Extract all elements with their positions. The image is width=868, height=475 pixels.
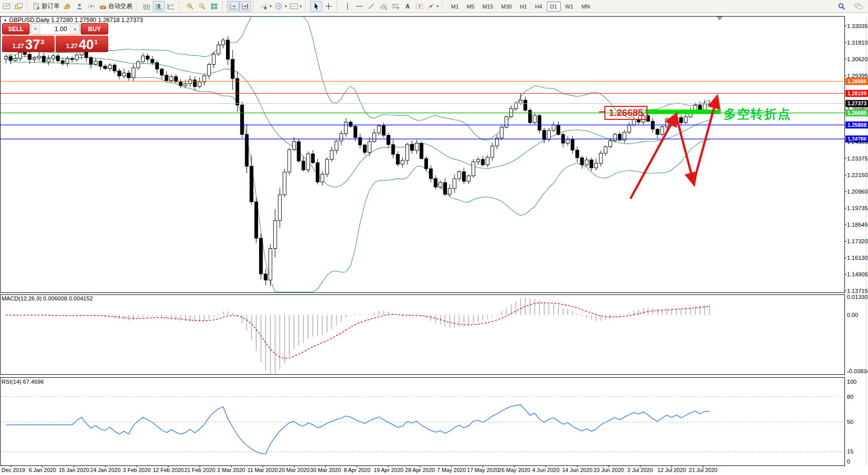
date-tick-label: 21 Feb 2020 <box>184 467 215 473</box>
zoom-in-button[interactable] <box>184 1 196 12</box>
candle-body <box>373 133 376 141</box>
signals-button[interactable] <box>73 1 85 12</box>
search-button[interactable] <box>835 1 847 12</box>
sell-price[interactable]: 1.27373 <box>2 36 55 52</box>
templates-button[interactable]: ▾ <box>288 1 303 12</box>
shapes-button[interactable]: ▾ <box>425 1 440 12</box>
expand-triangle-icon[interactable]: ▲ <box>4 18 7 22</box>
candle-body <box>377 126 380 133</box>
candle-body <box>193 80 196 86</box>
candle-body <box>264 274 267 280</box>
autotrading-button[interactable]: 自动交易 <box>97 1 134 12</box>
date-tick-label: 4 Jun 2020 <box>532 467 559 473</box>
buy-price-big: 40 <box>79 39 94 51</box>
trendline-button[interactable] <box>365 1 377 12</box>
date-tick-label: 23 Jun 2020 <box>593 467 624 473</box>
line-chart-button[interactable] <box>165 1 177 12</box>
indicators-button[interactable]: ▾ <box>258 1 273 12</box>
candle-body <box>585 160 588 165</box>
text-button[interactable]: A <box>401 1 413 12</box>
volume-value[interactable]: 1.00 <box>40 24 70 34</box>
one-click-top-row: SELL ▼ 1.00 ▲ BUY <box>2 23 108 35</box>
periods-button[interactable]: ▾ <box>273 1 288 12</box>
cursor-icon <box>313 3 320 10</box>
candle-body <box>174 77 177 82</box>
candle-body <box>104 66 107 69</box>
line-chart-icon <box>167 3 175 10</box>
toolbar-separator <box>442 2 446 12</box>
person-icon <box>75 3 84 10</box>
candle-body <box>19 52 22 58</box>
candle-body <box>269 248 272 280</box>
buy-price[interactable]: 1.27401 <box>56 36 108 52</box>
crosshair-button[interactable] <box>322 1 334 12</box>
candle-body <box>557 125 560 134</box>
market-button[interactable] <box>61 1 73 12</box>
tf-m1[interactable]: M1 <box>448 2 462 12</box>
date-tick-label: 3 Feb 2020 <box>123 467 151 473</box>
date-tick-label: 6 Jan 2020 <box>29 467 56 473</box>
trendline-icon <box>367 3 375 10</box>
candle-body <box>694 105 697 110</box>
buy-button[interactable]: BUY <box>81 23 108 35</box>
volume-increase-button[interactable]: ▲ <box>70 24 79 34</box>
sell-button[interactable]: SELL <box>2 23 30 35</box>
horizontal-line-button[interactable] <box>353 1 365 12</box>
gold-ingot-icon <box>63 3 72 10</box>
tf-h1[interactable]: H1 <box>516 2 530 12</box>
new-chart-button[interactable] <box>1 1 13 12</box>
candle-body <box>354 126 357 137</box>
candlestick-chart-button[interactable] <box>153 1 165 12</box>
fibonacci-button[interactable]: F <box>389 1 401 12</box>
zoom-out-button[interactable] <box>196 1 208 12</box>
tf-m15[interactable]: M15 <box>479 2 497 12</box>
tf-m30[interactable]: M30 <box>498 2 515 12</box>
zoom-out-icon <box>198 3 206 10</box>
tf-d1[interactable]: D1 <box>547 2 561 12</box>
price-tick-label: 1.13715 <box>847 288 868 294</box>
tf-h4[interactable]: H4 <box>532 2 546 12</box>
mt4-window: 新订单 自动交易 <box>0 0 868 475</box>
badge-text: 1.26685 <box>847 110 866 116</box>
arrows-icon <box>427 3 435 10</box>
candle-body <box>524 100 527 110</box>
candle-body <box>217 45 220 54</box>
candle-body <box>481 160 484 165</box>
candle-body <box>387 135 390 145</box>
candle-body <box>632 119 635 125</box>
tf-w1[interactable]: W1 <box>562 2 577 12</box>
profiles-button[interactable] <box>13 1 25 12</box>
channel-button[interactable]: E <box>377 1 389 12</box>
date-tick-label: 28 Apr 2020 <box>405 467 435 473</box>
annotation-price-label[interactable]: 1.26685 <box>604 106 647 120</box>
auto-scroll-button[interactable] <box>227 1 239 12</box>
tf-mn[interactable]: MN <box>578 2 593 12</box>
new-order-button[interactable]: 新订单 <box>32 1 61 12</box>
candle-body <box>316 163 319 182</box>
news-button[interactable] <box>85 1 97 12</box>
toolbar-separator <box>27 2 30 12</box>
broadcast-icon <box>87 3 96 10</box>
chat-button[interactable] <box>852 1 864 12</box>
tile-windows-button[interactable] <box>208 1 220 12</box>
candle-body <box>703 104 706 110</box>
tf-m5[interactable]: M5 <box>463 2 478 12</box>
vertical-line-button[interactable] <box>341 1 353 12</box>
chart-shift-button[interactable] <box>239 1 251 12</box>
cursor-button[interactable] <box>310 1 322 12</box>
bar-chart-button[interactable] <box>141 1 153 12</box>
candle-body <box>401 161 404 164</box>
date-tick-label: 7 Dec 2019 <box>0 467 25 473</box>
candle-body <box>231 59 234 78</box>
candle-body <box>292 141 295 149</box>
candle-body <box>627 125 630 132</box>
price-tick-label: 1.19735 <box>847 205 868 211</box>
date-tick-label: 11 Mar 2020 <box>248 467 278 473</box>
macd-pane <box>1 295 845 375</box>
candle-body <box>391 144 394 154</box>
text-label-button[interactable]: T <box>413 1 425 12</box>
candle-body <box>424 159 427 169</box>
price-tick-label: 1.17320 <box>847 238 868 244</box>
candle-body <box>61 61 64 63</box>
volume-decrease-button[interactable]: ▼ <box>31 24 40 34</box>
